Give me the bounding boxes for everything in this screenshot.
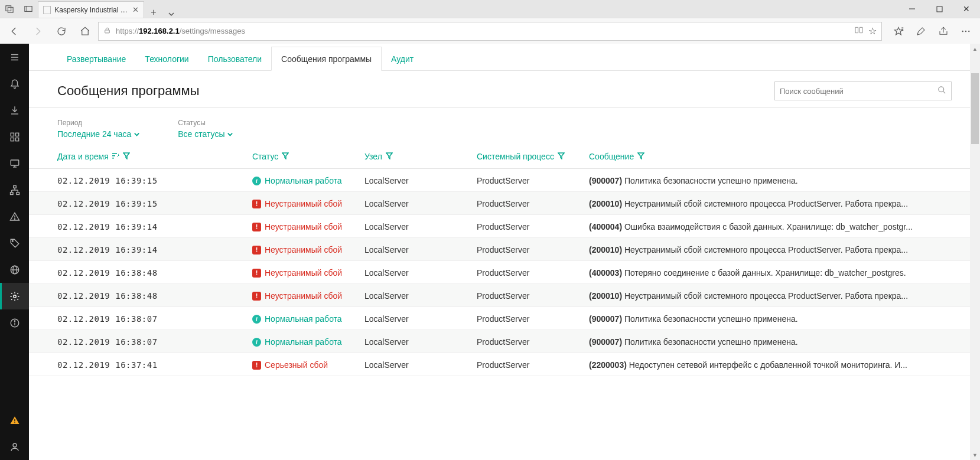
sidebar-hierarchy-button[interactable]	[0, 177, 29, 203]
cell-datetime: 02.12.2019 16:38:48	[57, 291, 252, 301]
share-icon[interactable]	[933, 21, 954, 42]
sort-desc-icon[interactable]	[112, 152, 119, 161]
column-process[interactable]: Системный процесс	[477, 152, 589, 161]
forward-button[interactable]	[27, 21, 48, 42]
cell-datetime: 02.12.2019 16:39:15	[57, 199, 252, 208]
new-tab-button[interactable]: +	[144, 7, 163, 18]
filter-period[interactable]: Период Последние 24 часа	[57, 119, 140, 139]
info-icon: i	[252, 315, 261, 324]
search-input[interactable]	[780, 87, 937, 96]
vertical-scrollbar[interactable]: ▲ ▼	[970, 44, 980, 460]
favorite-star-icon[interactable]: ☆	[868, 25, 877, 37]
filter-icon[interactable]	[637, 152, 644, 161]
window-maximize-button[interactable]	[926, 0, 953, 18]
cell-status: iНормальная работа	[252, 176, 364, 185]
scroll-up-icon[interactable]: ▲	[970, 44, 980, 54]
sidebar-tags-button[interactable]	[0, 230, 29, 256]
sidebar-alert-triangle-icon[interactable]	[0, 407, 29, 433]
tab-deployment[interactable]: Развертывание	[57, 47, 135, 70]
window-close-button[interactable]: ✕	[953, 0, 980, 18]
sidebar-globe-button[interactable]	[0, 256, 29, 283]
table-row[interactable]: 02.12.2019 16:39:14!Неустранимый сбойLoc…	[29, 215, 980, 238]
scroll-down-icon[interactable]: ▼	[970, 450, 980, 460]
cell-node: LocalServer	[364, 337, 477, 347]
reading-view-icon[interactable]	[854, 25, 864, 37]
column-node[interactable]: Узел	[364, 152, 477, 161]
address-bar[interactable]: https://192.168.2.1/settings/messages ☆	[98, 22, 882, 41]
back-button[interactable]	[4, 21, 25, 42]
cell-message: (400004) Ошибка взаимодействия с базой д…	[589, 222, 952, 231]
table-row[interactable]: 02.12.2019 16:38:07iНормальная работаLoc…	[29, 307, 980, 330]
sidebar-user-button[interactable]	[0, 433, 29, 460]
table-row[interactable]: 02.12.2019 16:37:41!Серьезный сбойLocalS…	[29, 353, 980, 376]
status-text: Нормальная работа	[265, 176, 342, 185]
filter-status[interactable]: Статусы Все статусы	[178, 119, 233, 139]
svg-rect-2	[25, 6, 32, 12]
tab-actions-icon[interactable]	[163, 11, 180, 18]
svg-rect-28	[17, 192, 19, 194]
scroll-thumb[interactable]	[971, 73, 979, 144]
sidebar-info-button[interactable]	[0, 309, 29, 336]
svg-rect-45	[14, 419, 15, 421]
url-text: https://192.168.2.1/settings/messages	[116, 27, 245, 35]
tab-audit[interactable]: Аудит	[382, 47, 423, 70]
sidebar-settings-button[interactable]	[0, 283, 29, 309]
tab-users[interactable]: Пользователи	[198, 47, 271, 70]
sidebar-alerts-button[interactable]	[0, 70, 29, 97]
close-tab-icon[interactable]: ✕	[132, 5, 139, 14]
tab-messages[interactable]: Сообщения программы	[271, 47, 382, 71]
home-button[interactable]	[74, 21, 96, 42]
status-text: Нормальная работа	[265, 314, 342, 324]
cell-status: iНормальная работа	[252, 314, 364, 324]
sidebar-warning-button[interactable]	[0, 203, 29, 230]
svg-rect-6	[105, 30, 110, 32]
svg-point-47	[13, 443, 17, 447]
cell-process: ProductServer	[477, 337, 589, 347]
message-code: (900007)	[589, 337, 624, 347]
filter-icon[interactable]	[123, 152, 130, 161]
sidebar-menu-button[interactable]	[0, 44, 29, 70]
filter-icon[interactable]	[386, 152, 393, 161]
refresh-button[interactable]	[51, 21, 72, 42]
table-row[interactable]: 02.12.2019 16:39:14!Неустранимый сбойLoc…	[29, 238, 980, 261]
info-icon: i	[252, 338, 261, 347]
message-text: Потеряно соединение с базой данных. Хран…	[624, 268, 906, 278]
svg-rect-26	[13, 185, 16, 188]
cell-node: LocalServer	[364, 291, 477, 301]
window-minimize-button[interactable]	[898, 0, 926, 18]
table-row[interactable]: 02.12.2019 16:38:07iНормальная работаLoc…	[29, 330, 980, 353]
svg-rect-21	[11, 138, 14, 141]
favorites-icon[interactable]	[888, 21, 909, 42]
notes-icon[interactable]	[910, 21, 932, 42]
table-row[interactable]: 02.12.2019 16:39:15iНормальная работаLoc…	[29, 169, 980, 192]
cell-datetime: 02.12.2019 16:39:14	[57, 245, 252, 255]
cell-message: (200010) Неустранимый сбой системного пр…	[589, 245, 952, 255]
message-code: (900007)	[589, 176, 624, 185]
filter-period-value: Последние 24 часа	[57, 129, 131, 139]
sidebar-import-button[interactable]	[0, 97, 29, 123]
cell-message: (900007) Политика безопасности успешно п…	[589, 337, 952, 347]
table-row[interactable]: 02.12.2019 16:38:48!Неустранимый сбойLoc…	[29, 261, 980, 284]
filter-icon[interactable]	[282, 152, 289, 161]
filter-icon[interactable]	[558, 152, 565, 161]
search-box[interactable]	[774, 81, 952, 100]
sidebar-monitor-button[interactable]	[0, 150, 29, 177]
cell-datetime: 02.12.2019 16:38:07	[57, 314, 252, 324]
cell-message: (200010) Неустранимый сбой системного пр…	[589, 291, 952, 301]
svg-rect-23	[11, 160, 19, 165]
tabs-preview-icon[interactable]	[19, 0, 38, 18]
cell-status: !Серьезный сбой	[252, 360, 364, 370]
column-status[interactable]: Статус	[252, 152, 364, 161]
cell-node: LocalServer	[364, 360, 477, 370]
table-row[interactable]: 02.12.2019 16:38:48!Неустранимый сбойLoc…	[29, 284, 980, 307]
tabs-aside-icon[interactable]	[0, 0, 19, 18]
more-icon[interactable]	[955, 21, 976, 42]
table-row[interactable]: 02.12.2019 16:39:15!Неустранимый сбойLoc…	[29, 192, 980, 215]
tab-technologies[interactable]: Технологии	[135, 47, 198, 70]
browser-tab[interactable]: Kaspersky Industrial Cyb ✕	[38, 1, 144, 18]
filter-status-label: Статусы	[178, 119, 233, 127]
sidebar-dashboard-button[interactable]	[0, 123, 29, 150]
column-message[interactable]: Сообщение	[589, 152, 952, 161]
column-datetime[interactable]: Дата и время	[57, 152, 252, 161]
cell-message: (2200003) Недоступен сетевой интерфейс с…	[589, 360, 952, 370]
